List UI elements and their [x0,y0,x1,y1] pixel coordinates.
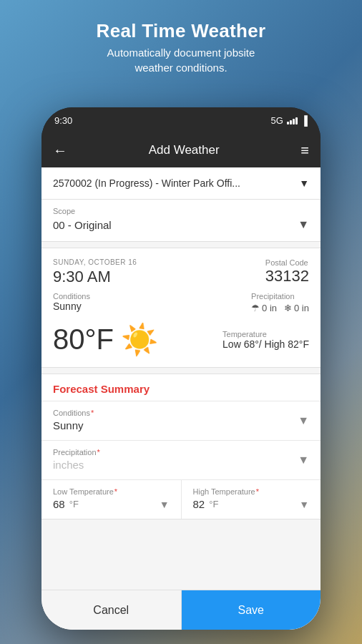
forecast-conditions-field[interactable]: Conditions* Sunny ▼ [41,401,321,440]
back-button[interactable]: ← [53,142,67,159]
forecast-title: Forecast Summary [41,374,321,401]
low-temp-field[interactable]: Low Temperature* 68 °F ▼ [41,480,182,519]
scope-value: 00 - Original [53,219,112,231]
high-temp-unit: °F [209,499,218,509]
high-temp-arrow: ▼ [299,499,309,510]
forecast-section: Forecast Summary Conditions* Sunny ▼ Pre… [41,374,321,519]
conditions-dropdown-arrow: ▼ [298,414,309,427]
high-temp-label: High Temperature* [193,487,310,496]
bottom-buttons: Cancel Save [41,590,321,630]
scope-arrow: ▼ [298,218,309,231]
postal-block: Postal Code 33132 [265,258,309,286]
header-section: Real Time Weather Automatically document… [0,20,362,75]
conditions-value: Sunny [53,301,90,312]
conditions-label: Conditions [53,292,90,301]
nav-bar: ← Add Weather ≡ [41,133,321,167]
page-subtitle: Automatically document jobsiteweather co… [0,45,362,75]
project-dropdown[interactable]: 2570002 (In Progress) - Winter Park Offi… [41,167,321,200]
low-temp-value: 68 [53,498,65,510]
signal-icon [287,116,298,125]
page-title: Real Time Weather [0,20,362,42]
battery-icon: ▐ [301,115,308,126]
forecast-precipitation-field[interactable]: Precipitation* inches ▼ [41,440,321,479]
weather-card: SUNDAY, OCTOBER 16 9:30 AM Postal Code 3… [41,248,321,368]
cancel-button[interactable]: Cancel [41,590,182,630]
precipitation-block: Precipitation ☂ 0 in ❄ 0 in [251,292,309,313]
date-label: SUNDAY, OCTOBER 16 [53,258,137,266]
low-temp-label: Low Temperature* [53,487,170,496]
menu-button[interactable]: ≡ [300,142,309,159]
scope-section: Scope 00 - Original ▼ [41,200,321,242]
date-time-block: SUNDAY, OCTOBER 16 9:30 AM [53,258,137,286]
low-temp-arrow: ▼ [160,499,170,510]
snow-item: ❄ 0 in [284,303,309,313]
spacer [41,519,321,590]
phone-shell: 9:30 5G ▐ ← Add Weather ≡ 2570002 (In Pr… [41,107,321,630]
screen-content: 2570002 (In Progress) - Winter Park Offi… [41,167,321,630]
temperature-label: Temperature [222,330,309,338]
forecast-conditions-value: Sunny [53,419,309,431]
temp-display-block: 80°F ☀️ [53,322,158,357]
precipitation-label: Precipitation [251,292,309,301]
temp-range: Low 68°/ High 82°F [222,338,309,350]
project-value: 2570002 (In Progress) - Winter Park Offi… [53,177,240,189]
postal-value: 33132 [265,267,309,286]
snow-icon: ❄ [284,303,292,313]
scope-label: Scope [53,207,309,215]
temp-fields-row: Low Temperature* 68 °F ▼ High Temperatur… [41,479,321,519]
sun-icon: ☀️ [121,322,158,357]
network-label: 5G [270,115,283,126]
forecast-precipitation-label: Precipitation* [53,448,309,457]
weather-top-row: SUNDAY, OCTOBER 16 9:30 AM Postal Code 3… [53,258,309,286]
conditions-block: Conditions Sunny [53,292,90,312]
temp-row: 80°F ☀️ Temperature Low 68°/ High 82°F [53,322,309,357]
snow-value: 0 in [294,303,309,313]
time-value: 9:30 AM [53,268,137,286]
status-time: 9:30 [54,115,72,126]
save-button[interactable]: Save [182,590,321,630]
low-temp-unit: °F [69,499,79,509]
forecast-conditions-label: Conditions* [53,409,309,417]
nav-title: Add Weather [149,143,220,157]
rain-value: 0 in [262,303,277,313]
postal-label: Postal Code [265,258,309,267]
rain-item: ☂ 0 in [251,303,277,313]
scope-row[interactable]: 00 - Original ▼ [53,218,309,231]
rain-icon: ☂ [251,303,260,313]
precipitation-dropdown-arrow: ▼ [298,454,309,467]
high-temp-field[interactable]: High Temperature* 82 °F ▼ [182,480,321,519]
weather-mid-row: Conditions Sunny Precipitation ☂ 0 in ❄ … [53,292,309,313]
temp-big: 80°F [53,323,114,356]
precip-items: ☂ 0 in ❄ 0 in [251,303,309,313]
high-temp-value: 82 [193,498,205,510]
temp-range-block: Temperature Low 68°/ High 82°F [222,330,309,350]
status-icons: 5G ▐ [270,115,308,126]
status-bar: 9:30 5G ▐ [41,107,321,133]
project-arrow: ▼ [299,177,309,189]
forecast-precipitation-placeholder: inches [53,459,309,471]
